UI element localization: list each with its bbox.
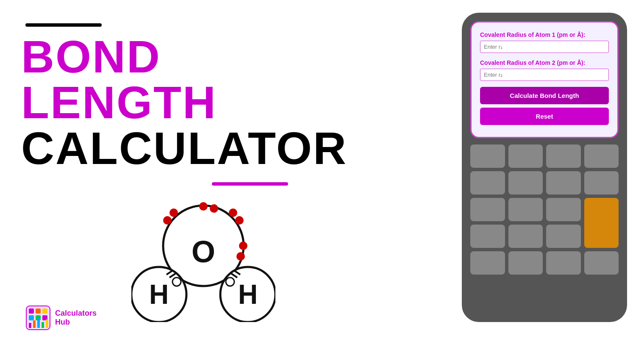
title-calculator: CALCULATOR [21,125,364,171]
key-10[interactable] [508,198,543,221]
logo-hub: Hub [55,318,97,327]
logo-text: Calculators Hub [55,309,97,327]
logo-icon [25,305,51,331]
calculate-button[interactable]: Calculate Bond Length [480,87,609,104]
key-6[interactable] [508,171,543,195]
svg-point-17 [229,208,237,217]
key-3[interactable] [546,144,581,168]
key-9[interactable] [470,198,505,221]
svg-text:O: O [192,235,215,269]
logo: Calculators Hub [25,305,97,331]
molecule-svg: O H H [131,186,275,322]
key-4[interactable] [584,144,619,168]
molecule-diagram: O H H [131,186,275,322]
svg-point-14 [163,216,172,225]
svg-rect-29 [37,318,40,328]
hero-title: BOND LENGTH CALCULATOR [21,34,364,171]
key-11[interactable] [546,198,581,221]
svg-rect-21 [29,308,34,314]
svg-point-12 [199,202,208,211]
svg-rect-28 [33,320,36,328]
svg-point-16 [235,216,244,225]
field2-input[interactable] [480,69,609,81]
key-12[interactable] [470,225,505,248]
left-section: BOND LENGTH CALCULATOR O H [17,0,364,339]
svg-text:H: H [238,279,258,310]
svg-rect-27 [29,323,31,328]
key-7[interactable] [546,171,581,195]
field2-label: Covalent Radius of Atom 2 (pm or Å): [480,59,609,67]
calculator-screen: Covalent Radius of Atom 1 (pm or Å): Cov… [470,21,619,138]
key-14[interactable] [546,225,581,248]
key-5[interactable] [470,171,505,195]
key-13[interactable] [508,225,543,248]
field1-label: Covalent Radius of Atom 1 (pm or Å): [480,31,609,39]
svg-text:H: H [149,279,169,310]
svg-point-19 [236,252,245,261]
svg-rect-30 [42,322,44,328]
svg-rect-31 [46,320,48,328]
mid-decorative-bar [212,182,288,186]
svg-point-15 [169,208,178,217]
svg-rect-22 [36,308,41,314]
key-15[interactable] [470,251,505,275]
svg-point-8 [226,278,234,286]
svg-point-18 [239,242,247,250]
svg-rect-23 [42,308,47,314]
logo-calculators: Calculators [55,309,97,318]
svg-rect-24 [29,315,34,320]
title-bond-length: BOND LENGTH [21,34,364,125]
key-orange-tall[interactable] [584,198,619,248]
field1-input[interactable] [480,41,609,53]
key-2[interactable] [508,144,543,168]
key-18[interactable] [584,251,619,275]
key-1[interactable] [470,144,505,168]
top-decorative-bar [25,23,102,27]
keypad [470,144,619,275]
reset-button[interactable]: Reset [480,108,609,125]
key-17[interactable] [546,251,581,275]
calculator-widget: Covalent Radius of Atom 1 (pm or Å): Cov… [462,13,627,322]
key-16[interactable] [508,251,543,275]
svg-point-13 [210,204,218,213]
key-8[interactable] [584,171,619,195]
svg-point-7 [172,278,181,286]
